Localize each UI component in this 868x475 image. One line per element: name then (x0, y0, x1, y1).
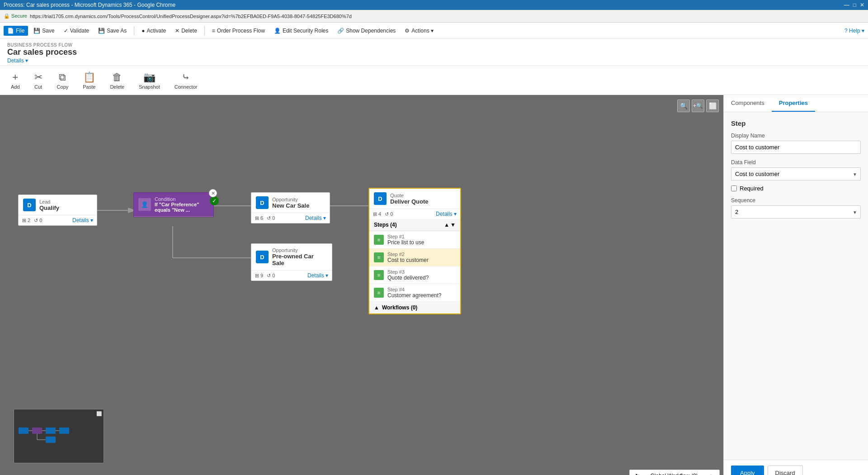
details-link[interactable]: Details ▾ (7, 57, 28, 64)
sequence-select[interactable]: 2 1 3 4 (731, 205, 861, 218)
svg-rect-7 (46, 428, 56, 434)
svg-rect-6 (32, 428, 42, 434)
snapshot-icon: 📷 (143, 71, 156, 83)
step-1-name: Price list to use (387, 239, 424, 246)
file-icon: 📄 (7, 28, 14, 34)
step-2[interactable]: ≡ Step #2 Cost to customer (369, 249, 460, 266)
condition-node-header: 👤 Condition If "Car Preference" equals "… (134, 193, 213, 217)
quote-node[interactable]: D Quote Deliver Quote ⊞ 4 ↺ 0 Details ▾ (368, 188, 461, 314)
help-button[interactable]: ? Help ▾ (844, 28, 864, 34)
canvas-toolbar: 🔍 +🔍 ⬜ (677, 100, 719, 112)
lead-icon: D (27, 202, 31, 209)
order-process-flow-button[interactable]: ≡ Order Process Flow (208, 26, 269, 36)
show-dependencies-button[interactable]: 🔗 Show Dependencies (334, 26, 399, 36)
step-4-text: Step #4 Customer agreement? (387, 287, 441, 299)
opp-new-workflow: ↺ 0 (267, 215, 275, 221)
opp-pre-icon: D (256, 251, 269, 263)
file-button[interactable]: 📄 File (4, 26, 28, 36)
save-button[interactable]: 💾 Save (30, 26, 58, 36)
steps-header: Steps (4) ▲ ▼ (369, 219, 460, 231)
edit-security-roles-button[interactable]: 👤 Edit Security Roles (270, 26, 332, 36)
step-3-num: Step #3 (387, 269, 429, 275)
save-as-icon: 💾 (98, 28, 105, 34)
right-panel: Components Properties Step Display Name … (723, 95, 868, 475)
step-4[interactable]: ≡ Step #4 Customer agreement? (369, 284, 460, 302)
validate-icon: ✓ (64, 28, 68, 34)
actions-icon: ⚙ (405, 28, 410, 34)
delete-icon: ✕ (175, 28, 179, 34)
quote-subtitle: Deliver Quote (390, 198, 429, 205)
components-tab[interactable]: Components (724, 95, 772, 112)
add-button[interactable]: + Add (7, 70, 24, 91)
sequence-wrapper: 2 1 3 4 (731, 205, 861, 218)
properties-tab[interactable]: Properties (772, 95, 815, 112)
opp-pre-details-button[interactable]: Details ▾ (307, 272, 328, 279)
title-bar-text: Process: Car sales process - Microsoft D… (4, 2, 175, 8)
opp-pre-type: Opportunity (272, 247, 327, 253)
required-checkbox[interactable] (731, 185, 737, 191)
save-as-button[interactable]: 💾 Save As (94, 26, 130, 36)
paste-icon: 📋 (83, 71, 95, 83)
discard-button[interactable]: Discard (768, 466, 803, 475)
quote-type: Quote (390, 193, 429, 198)
data-field-select[interactable]: Cost to customer (731, 167, 861, 180)
copy-button[interactable]: ⧉ Copy (53, 70, 72, 91)
down-arrow[interactable]: ▼ (450, 222, 456, 228)
display-name-label: Display Name (731, 133, 861, 139)
address-bar: 🔒 Secure https://trial1705.crm.dynamics.… (0, 10, 868, 23)
actions-button[interactable]: ⚙ Actions ▾ (401, 26, 437, 36)
minimize-btn[interactable]: — (844, 2, 849, 8)
step-4-num: Step #4 (387, 287, 441, 292)
workflow-collapse-icon: ▲ (374, 304, 379, 311)
paste-button[interactable]: 📋 Paste (79, 70, 99, 91)
opp-new-details-button[interactable]: Details ▾ (305, 215, 326, 221)
zoom-in-button[interactable]: +🔍 (692, 100, 704, 112)
bpf-label: BUSINESS PROCESS FLOW (7, 43, 861, 48)
copy-icon: ⧉ (59, 71, 66, 83)
connector-button[interactable]: ⤷ Connector (171, 70, 201, 91)
steps-icon2: ⊞ (255, 215, 259, 221)
sep2 (204, 26, 205, 35)
quote-header: D Quote Deliver Quote (369, 189, 460, 209)
condition-node[interactable]: 👤 Condition If "Car Preference" equals "… (133, 192, 214, 217)
lead-details-button[interactable]: Details ▾ (72, 217, 93, 223)
lead-node[interactable]: D Lead Qualify ⊞ 2 ↺ 0 Details ▾ (18, 195, 97, 226)
apply-button[interactable]: Apply (731, 466, 764, 475)
delete-icon-button[interactable]: 🗑 Delete (106, 70, 128, 91)
data-field-label: Data Field (731, 159, 861, 166)
cut-icon: ✂ (34, 71, 42, 83)
step-3-name: Quote delivered? (387, 275, 429, 281)
step-1-text: Step #1 Price list to use (387, 234, 424, 246)
lead-node-header: D Lead Qualify (19, 195, 97, 215)
workflows-title: Workflows (0) (382, 304, 417, 311)
zoom-out-button[interactable]: 🔍 (677, 100, 690, 112)
snapshot-button[interactable]: 📷 Snapshot (135, 70, 163, 91)
opp-new-info: Opportunity New Car Sale (272, 197, 309, 209)
activate-button[interactable]: ● Activate (138, 26, 170, 36)
opportunity-preowned-node[interactable]: D Opportunity Pre-owned Car Sale ⊞ 9 ↺ 0… (251, 243, 332, 281)
up-arrow[interactable]: ▲ (444, 222, 449, 228)
condition-node-info: Condition If "Car Preference" equals "Ne… (155, 196, 209, 213)
mini-map-expand[interactable]: ⬜ (96, 411, 102, 416)
maximize-btn[interactable]: □ (853, 2, 856, 8)
delete-button[interactable]: ✕ Delete (171, 26, 201, 36)
close-btn[interactable]: ✕ (860, 2, 864, 8)
step-3[interactable]: ≡ Step #3 Quote delivered? (369, 266, 460, 284)
delete-icon: 🗑 (112, 71, 122, 83)
mini-map-svg (14, 409, 104, 463)
opportunity-new-node[interactable]: D Opportunity New Car Sale ⊞ 6 ↺ 0 Detai… (251, 192, 330, 223)
fit-button[interactable]: ⬜ (706, 100, 719, 112)
step-1[interactable]: ≡ Step #1 Price list to use (369, 231, 460, 249)
canvas[interactable]: 🔍 +🔍 ⬜ (0, 95, 723, 475)
display-name-input[interactable] (731, 141, 861, 154)
close-condition-button[interactable]: ✕ (209, 189, 217, 197)
cut-button[interactable]: ✂ Cut (31, 70, 46, 91)
opp-new-steps: ⊞ 6 (255, 215, 263, 221)
step-2-num: Step #2 (387, 252, 429, 257)
step-4-icon: ≡ (374, 288, 384, 298)
validate-button[interactable]: ✓ Validate (60, 26, 93, 36)
quote-details-button[interactable]: Details ▾ (436, 211, 457, 217)
main-area: 🔍 +🔍 ⬜ (0, 95, 868, 475)
global-workflow[interactable]: ↻ Global Workflow (0) ▲ (629, 470, 720, 475)
sep1 (134, 26, 134, 35)
